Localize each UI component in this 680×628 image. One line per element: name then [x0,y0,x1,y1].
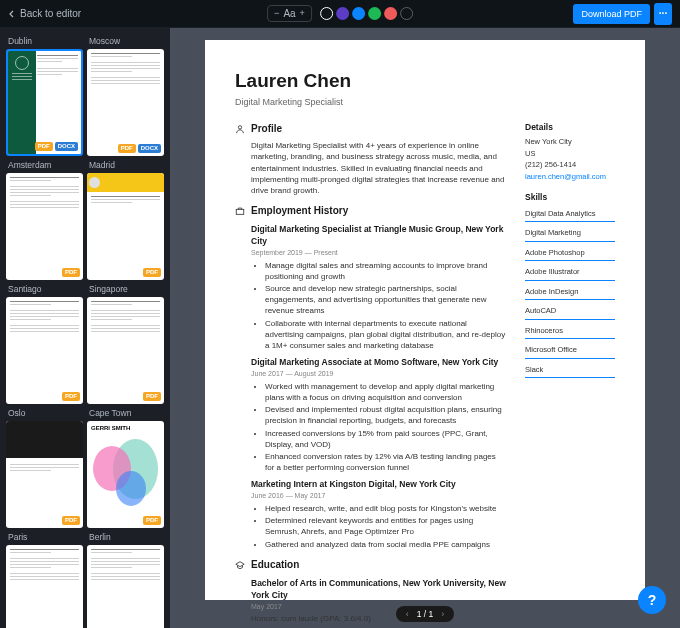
briefcase-icon [235,206,245,216]
color-swatch-purple[interactable] [336,7,349,20]
pager-prev-button[interactable]: ‹ [406,609,409,619]
pdf-badge: PDF [62,516,80,525]
job-bullet: Determined relevant keywords and entitie… [265,515,507,537]
skill-item: Digital Data Analytics [525,209,615,223]
job-bullet: Helped research, write, and edit blog po… [265,503,507,514]
template-label: Oslo [6,408,83,418]
template-label: Amsterdam [6,160,83,170]
education-title: Bachelor of Arts in Communications, New … [251,578,507,602]
chevron-left-icon [8,10,16,18]
template-thumb-moscow[interactable]: PDFDOCX [87,49,164,156]
template-thumb-singapore[interactable]: PDF [87,297,164,404]
job-bullet: Collaborate with internal departments to… [265,318,507,352]
color-swatch-custom[interactable] [400,7,413,20]
pdf-badge: PDF [143,516,161,525]
color-swatch-white[interactable] [320,7,333,20]
template-label: Berlin [87,532,164,542]
skill-item: Digital Marketing [525,228,615,242]
topbar: Back to editor − Aa + Download PDF ··· [0,0,680,28]
template-thumb-berlin[interactable]: PDF [87,545,164,628]
pdf-badge: PDF [143,392,161,401]
template-label: Santiago [6,284,83,294]
job-bullet: Worked with management to develop and ap… [265,381,507,403]
template-label: Cape Town [87,408,164,418]
skill-item: Adobe InDesign [525,287,615,301]
profile-icon [235,124,245,134]
job-bullet: Gathered and analyzed data from social m… [265,539,507,550]
template-thumb-dublin[interactable]: PDFDOCX [6,49,83,156]
font-minus-button[interactable]: − [274,9,279,18]
template-thumb-madrid[interactable]: PDF [87,173,164,280]
color-swatches [320,7,413,20]
skill-item: AutoCAD [525,306,615,320]
template-thumb-oslo[interactable]: PDF [6,421,83,528]
template-thumb-cape-town[interactable]: GERRI SMITHPDF [87,421,164,528]
resume-name: Lauren Chen [235,68,615,95]
svg-point-0 [238,126,241,129]
job-bullets: Helped research, write, and edit blog po… [265,503,507,550]
job-bullet: Devised and implemented robust digital a… [265,404,507,426]
template-label: Singapore [87,284,164,294]
color-swatch-red[interactable] [384,7,397,20]
template-thumb-paris[interactable]: PDF [6,545,83,628]
font-size-control: − Aa + [267,5,312,22]
color-swatch-green[interactable] [368,7,381,20]
skill-item: Adobe Illustrator [525,267,615,281]
detail-country: US [525,149,615,160]
download-pdf-button[interactable]: Download PDF [573,4,650,24]
job-title: Digital Marketing Associate at Momo Soft… [251,357,507,369]
profile-text: Digital Marketing Specialist with 4+ yea… [251,140,507,196]
section-title-profile: Profile [251,122,282,136]
preview-area[interactable]: Lauren Chen Digital Marketing Specialist… [170,28,680,628]
job-bullet: Increased conversions by 15% from paid s… [265,428,507,450]
job-dates: September 2019 — Present [251,248,507,258]
back-label: Back to editor [20,8,81,19]
job-bullets: Manage digital sales and streaming accou… [265,260,507,352]
font-size-label: Aa [283,8,295,19]
pager-text: 1 / 1 [417,609,434,619]
template-thumb-santiago[interactable]: PDF [6,297,83,404]
job-bullet: Manage digital sales and streaming accou… [265,260,507,282]
font-plus-button[interactable]: + [300,9,305,18]
skill-item: Slack [525,365,615,379]
skill-item: Microsoft Office [525,345,615,359]
pdf-badge: PDF [118,144,136,153]
job-bullet: Source and develop new strategic partner… [265,283,507,317]
details-header: Details [525,122,615,134]
svg-rect-1 [236,209,244,214]
pdf-badge: PDF [62,392,80,401]
template-thumb-amsterdam[interactable]: PDF [6,173,83,280]
pager: ‹ 1 / 1 › [396,606,455,622]
skill-item: Rhinoceros [525,326,615,340]
education-icon [235,560,245,570]
template-label: Dublin [6,36,83,46]
detail-email: lauren.chen@gmail.com [525,172,615,183]
section-title-education: Education [251,558,299,572]
resume-page: Lauren Chen Digital Marketing Specialist… [205,40,645,600]
more-actions-button[interactable]: ··· [654,3,672,25]
template-label: Madrid [87,160,164,170]
job-bullet: Enhanced conversion rates by 12% via A/B… [265,451,507,473]
docx-badge: DOCX [55,142,78,151]
job-title: Digital Marketing Specialist at Triangle… [251,224,507,248]
job-dates: June 2017 — August 2019 [251,369,507,379]
color-swatch-blue[interactable] [352,7,365,20]
pdf-badge: PDF [143,268,161,277]
education-honors: Honors: cum laude (GPA: 3.6/4.0) [251,613,507,624]
topbar-center: − Aa + [267,5,413,22]
help-button[interactable]: ? [638,586,666,614]
pdf-badge: PDF [35,142,53,151]
pager-next-button[interactable]: › [441,609,444,619]
job-bullets: Worked with management to develop and ap… [265,381,507,474]
template-sidebar[interactable]: DublinPDFDOCXMoscowPDFDOCXAmsterdamPDFMa… [0,28,170,628]
resume-title: Digital Marketing Specialist [235,96,615,109]
pdf-badge: PDF [62,268,80,277]
job-title: Marketing Intern at Kingston Digital, Ne… [251,479,507,491]
job-dates: June 2016 — May 2017 [251,491,507,501]
skill-item: Adobe Photoshop [525,248,615,262]
detail-city: New York City [525,137,615,148]
template-label: Paris [6,532,83,542]
back-to-editor-link[interactable]: Back to editor [8,8,81,19]
detail-phone: (212) 256-1414 [525,160,615,171]
education-dates: May 2017 [251,602,507,612]
